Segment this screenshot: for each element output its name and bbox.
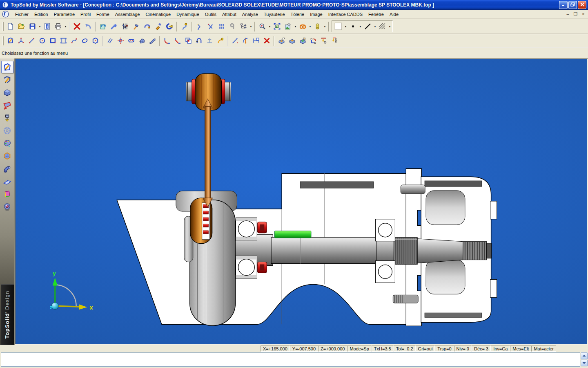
build-hammer-button[interactable] <box>131 21 142 32</box>
point-3d-button[interactable] <box>16 36 26 46</box>
clamp-tool-button[interactable] <box>142 21 153 32</box>
menu-item-image[interactable]: Image <box>307 11 325 18</box>
zoom-in-button[interactable] <box>257 21 268 32</box>
zoom-dropdown[interactable]: ▼ <box>268 21 272 31</box>
circle-button[interactable] <box>37 36 47 46</box>
assembly-axes-button[interactable] <box>308 36 318 46</box>
mdi-restore-button[interactable]: ❐ <box>572 11 579 17</box>
menu-item-aide[interactable]: Aide <box>387 11 401 18</box>
line-button[interactable] <box>26 36 37 46</box>
scroll-down-button[interactable] <box>581 360 588 367</box>
new-document-button[interactable] <box>5 21 16 32</box>
print-dropdown[interactable]: ▼ <box>64 21 67 31</box>
menu-item-attribut[interactable]: Attribut <box>219 11 239 18</box>
assembly-pin-button[interactable] <box>318 36 329 46</box>
scroll-up-button[interactable] <box>581 352 588 359</box>
visualization-glasses-button[interactable] <box>297 21 308 32</box>
hatch-style-button[interactable] <box>377 21 388 32</box>
tree-list-button[interactable] <box>238 21 249 32</box>
close-button[interactable] <box>578 1 586 9</box>
assembly-tray-button[interactable] <box>287 36 297 46</box>
menu-item-outils[interactable]: Outils <box>202 11 219 18</box>
arc-slot-button[interactable] <box>194 36 204 46</box>
sidebar-pipe-elbow-button[interactable] <box>1 162 13 175</box>
mdi-minimize-button[interactable]: – <box>564 11 571 17</box>
menu-item-edition[interactable]: Édition <box>31 11 51 18</box>
corner-fillet-button[interactable] <box>162 36 172 46</box>
minimize-button[interactable] <box>559 1 568 9</box>
delete-constraint-button[interactable] <box>261 36 272 46</box>
shape-nine-button[interactable] <box>227 21 238 32</box>
image-view-dropdown[interactable]: ▼ <box>294 21 297 31</box>
menu-item-profil[interactable]: Profil <box>78 11 94 18</box>
sidebar-solid-box-button[interactable] <box>1 86 13 99</box>
document-info-button[interactable] <box>42 21 53 32</box>
measure-compass-button[interactable] <box>205 21 216 32</box>
save-document-button[interactable] <box>27 21 38 32</box>
dimension-3d-button[interactable] <box>240 36 251 46</box>
menu-item-interface-cadds[interactable]: Interface CADDS <box>325 11 365 18</box>
point-style-button[interactable] <box>347 21 359 32</box>
tree-list-dropdown[interactable]: ▼ <box>249 21 253 31</box>
print-button[interactable] <box>53 21 64 32</box>
color-swatch-button[interactable] <box>333 21 344 32</box>
toolbar-grip[interactable] <box>2 36 4 45</box>
assembly-green-button[interactable] <box>297 36 308 46</box>
corner-chamfer-button[interactable] <box>172 36 183 46</box>
graphics-viewport[interactable]: y x z <box>15 58 588 345</box>
dimension-button[interactable] <box>229 36 240 46</box>
menu-item-parametre[interactable]: Paramètre <box>51 11 78 18</box>
bend-tool-button[interactable] <box>179 21 190 32</box>
color-dropdown[interactable]: ▼ <box>344 21 347 31</box>
torus-tool-button[interactable] <box>164 21 175 32</box>
image-view-button[interactable] <box>283 21 294 32</box>
ellipse-button[interactable] <box>79 36 90 46</box>
axis-crosshair-button[interactable] <box>115 36 126 46</box>
sidebar-gear-ring-button[interactable] <box>1 124 13 137</box>
control-bars-button[interactable] <box>216 21 227 32</box>
restore-button[interactable] <box>568 1 577 9</box>
edit-element-button[interactable] <box>98 21 109 32</box>
cylinder-dropdown[interactable]: ▼ <box>323 21 327 31</box>
menu-item-fichier[interactable]: Fichier <box>12 11 31 18</box>
slot-button[interactable] <box>126 36 136 46</box>
line-style-dropdown[interactable]: ▼ <box>373 21 377 31</box>
spline-button[interactable] <box>69 36 79 46</box>
constraint-button[interactable] <box>204 36 215 46</box>
line-style-button[interactable] <box>362 21 373 32</box>
sidebar-mold-tool-button[interactable] <box>1 188 13 200</box>
sidebar-sketch-2d-button[interactable] <box>1 61 13 73</box>
menu-item-cinematique[interactable]: Cinématique <box>143 11 174 18</box>
menu-item-forme[interactable]: Forme <box>94 11 112 18</box>
mdi-close-button[interactable]: × <box>580 11 587 17</box>
undo-button[interactable] <box>82 21 94 32</box>
prism-button[interactable] <box>136 36 147 46</box>
curve-tool-button[interactable] <box>215 36 225 46</box>
menu-item-tolerie[interactable]: Tôlerie <box>288 11 307 18</box>
sidebar-surface-button[interactable] <box>1 99 13 111</box>
hatch-style-dropdown[interactable]: ▼ <box>388 21 392 31</box>
menu-item-analyse[interactable]: Analyse <box>239 11 261 18</box>
zoom-fit-button[interactable] <box>272 21 283 32</box>
boolean-rectangles-button[interactable] <box>183 36 194 46</box>
menu-item-dynamique[interactable]: Dynamique <box>174 11 202 18</box>
save-dropdown[interactable]: ▼ <box>38 21 42 31</box>
sidebar-piston-tool-button[interactable] <box>1 112 13 124</box>
sweep-surface-button[interactable] <box>147 36 158 46</box>
parallel-lines-button[interactable] <box>105 36 115 46</box>
sidebar-color-palette-button[interactable] <box>1 137 13 149</box>
modify-wrench-button[interactable] <box>109 21 120 32</box>
sketch-contour-button[interactable] <box>5 36 16 46</box>
glasses-dropdown[interactable]: ▼ <box>308 21 312 31</box>
delete-element-button[interactable] <box>71 21 82 32</box>
sidebar-sheet-metal-button[interactable] <box>1 175 13 187</box>
assembly-flag-button[interactable] <box>276 36 287 46</box>
assembly-list-button[interactable] <box>329 36 340 46</box>
sidebar-render-camera-button[interactable] <box>1 200 13 213</box>
menu-item-tuyauterie[interactable]: Tuyauterie <box>261 11 288 18</box>
polygon-button[interactable] <box>90 36 100 46</box>
repair-tool-button[interactable] <box>153 21 164 32</box>
menu-item-fenetre[interactable]: Fenêtre <box>365 11 387 18</box>
sidebar-hexagon-solid-button[interactable] <box>1 150 13 162</box>
divide-arrows-button[interactable] <box>194 21 205 32</box>
